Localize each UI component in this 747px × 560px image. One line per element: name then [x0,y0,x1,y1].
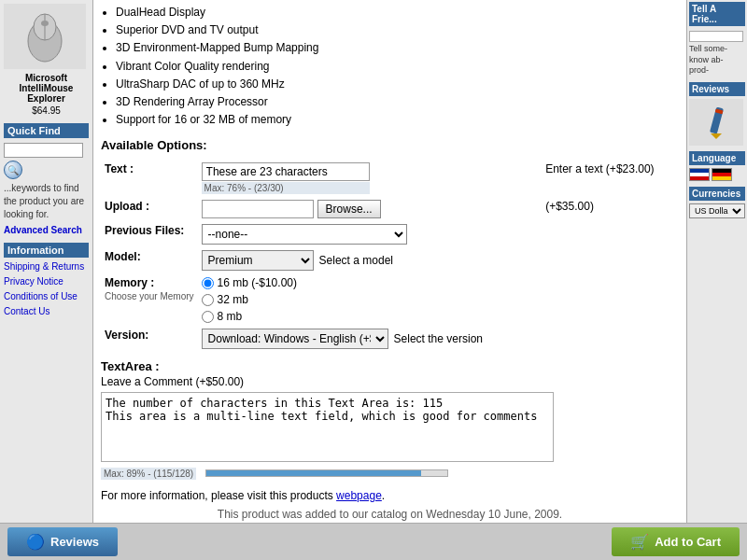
sidebar-search-text: ...keywords to find the product you are … [4,182,89,221]
svg-point-3 [41,21,49,26]
memory-radio-32mb[interactable] [202,294,214,306]
tell-friend-text: Tell some-know ab- prod- [689,44,745,77]
webpage-link[interactable]: webpage [336,489,382,502]
prev-files-label: Previous Files: [101,221,198,247]
memory-option-32mb[interactable]: 32 mb [202,293,675,306]
tell-friend-input[interactable] [689,31,743,42]
prev-files-select[interactable]: --none-- [202,224,407,245]
tell-friend-heading: Tell A Frie... [689,2,745,26]
upload-price-label: (+$35.00) [540,200,594,213]
comment-textarea[interactable]: The number of characters in this Text Ar… [101,392,554,462]
version-label: Version: [101,326,198,352]
text-price-label: Enter a text (+$23.00) [540,162,654,175]
memory-option-row: Memory : Choose your Memory 16 mb (-$10.… [101,273,679,326]
advanced-search-link[interactable]: Advanced Search [4,225,89,235]
feature-item: Superior DVD and TV output [116,21,679,39]
product-image [4,4,86,69]
browse-button[interactable]: Browse... [317,200,381,218]
upload-option-row: Upload : Browse... (+$35.00) [101,197,679,221]
memory-option-8mb[interactable]: 8 mb [202,310,675,323]
left-sidebar: Microsoft IntelliMouse Explorer $64.95 Q… [0,0,93,523]
memory-sublabel: Choose your Memory [105,291,194,301]
currency-select[interactable]: US Dollar [689,203,745,218]
upload-input[interactable] [202,200,314,218]
memory-options: 16 mb (-$10.00) 32 mb 8 mb [202,276,675,323]
textarea-progress-fill [206,470,421,476]
feature-item: Vibrant Color Quality rendering [116,58,679,76]
textarea-sublabel: Leave a Comment (+$50.00) [101,375,679,388]
memory-option-16mb[interactable]: 16 mb (-$10.00) [202,276,675,289]
language-heading: Language [689,151,745,165]
text-input[interactable] [202,162,370,181]
sidebar-nav-conditions[interactable]: Conditions of Use [4,289,89,304]
upload-label: Upload : [101,197,198,221]
options-table: Text : Max: 76% - (23/30) Enter a text (… [101,160,679,352]
memory-label: Memory : [105,276,154,289]
sidebar-nav-privacy[interactable]: Privacy Notice [4,274,89,289]
de-flag[interactable] [712,168,732,181]
text-label: Text : [101,160,198,197]
version-option-row: Version: Download: Windows - English (+$… [101,326,679,352]
feature-item: UltraSharp DAC of up to 360 MHz [116,76,679,93]
reviews-heading: Reviews [689,82,745,96]
product-name: Microsoft IntelliMouse Explorer [4,73,89,104]
memory-label-16mb: 16 mb (-$10.00) [218,276,297,289]
product-price: $64.95 [4,105,89,116]
prev-files-row: Previous Files: --none-- [101,221,679,247]
memory-radio-8mb[interactable] [202,311,214,323]
model-label: Model: [101,247,198,273]
right-sidebar: Tell A Frie... Tell some-know ab- prod- … [686,0,747,523]
textarea-max-indicator: Max: 89% - (115/128) [101,468,196,480]
version-price-label: Select the version [394,332,483,345]
model-option-row: Model: Premium Standard Deluxe Select a … [101,247,679,273]
quick-find-input[interactable] [4,143,83,158]
bottom-bar: 🔵 Reviews 🛒 Add to Cart [0,523,747,560]
memory-label-32mb: 32 mb [218,293,248,306]
more-info-text: For more information, please visit this … [101,489,679,502]
options-heading: Available Options: [101,138,679,152]
add-to-cart-button[interactable]: 🛒 Add to Cart [612,527,740,556]
textarea-section-heading: TextArea : [101,359,679,373]
svg-marker-5 [711,133,722,139]
information-heading: Information [4,243,89,258]
textarea-progress-bar [205,469,448,477]
review-image [689,99,743,146]
currencies-heading: Currencies [689,187,745,201]
memory-label-8mb: 8 mb [218,310,243,323]
memory-radio-16mb[interactable] [202,277,214,289]
model-price-label: Select a model [319,254,393,267]
reviews-icon: 🔵 [26,533,45,551]
text-option-row: Text : Max: 76% - (23/30) Enter a text (… [101,160,679,197]
sidebar-nav-contact[interactable]: Contact Us [4,304,89,319]
sidebar-nav-shipping[interactable]: Shipping & Returns [4,259,89,274]
main-content: DualHead Display Superior DVD and TV out… [93,0,686,523]
feature-item: 3D Rendering Array Processor [116,93,679,111]
reviews-button[interactable]: 🔵 Reviews [7,527,118,556]
uk-flag[interactable] [689,168,710,181]
feature-item: Support for 16 or 32 MB of memory [116,111,679,129]
feature-item: DualHead Display [116,4,679,21]
quick-find-heading: Quick Find [4,123,89,138]
model-select[interactable]: Premium Standard Deluxe [202,250,314,271]
search-icon[interactable]: 🔍 [4,161,22,179]
product-features: DualHead Display Superior DVD and TV out… [101,0,679,129]
language-flags [689,168,745,181]
catalog-info: This product was added to our catalog on… [101,508,679,521]
feature-item: 3D Environment-Mapped Bump Mapping [116,39,679,57]
text-max-indicator: Max: 76% - (23/30) [202,182,370,194]
cart-icon: 🛒 [630,533,649,551]
version-select[interactable]: Download: Windows - English (+$12.00) Do… [202,329,388,349]
